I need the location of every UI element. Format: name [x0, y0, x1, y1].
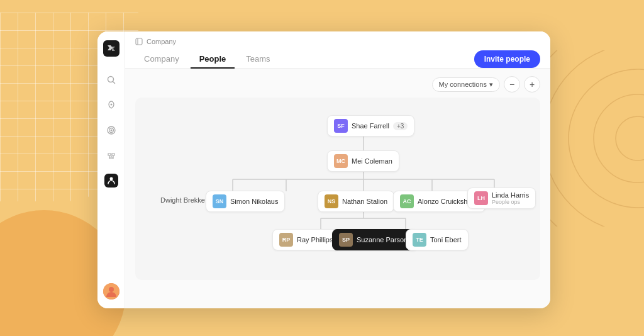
target-icon[interactable] [104, 123, 118, 137]
content-area: My connections ▾ − + [125, 69, 550, 308]
svg-point-5 [616, 116, 644, 160]
org-chart: SF Shae Farrell +3 MC Mei Coleman Dwight… [135, 98, 540, 280]
avatar-simon: SN [213, 194, 226, 208]
sidebar [97, 31, 125, 308]
tab-people[interactable]: People [191, 50, 235, 69]
name-toni: Toni Ebert [430, 236, 462, 244]
tab-teams[interactable]: Teams [237, 50, 279, 69]
name-nathan: Nathan Stalion [342, 198, 387, 205]
name-simon: Simon Nikolaus [230, 198, 278, 205]
app-window: Company Company People Teams Invite peop… [97, 31, 550, 308]
workflow-icon[interactable] [104, 148, 118, 162]
avatar-suzanne: SP [339, 233, 353, 247]
connections-label: My connections [439, 81, 487, 88]
name-suzanne: Suzanne Parsons [357, 236, 411, 244]
nav-tabs: Company People Teams [135, 50, 279, 68]
breadcrumb: Company [135, 38, 540, 45]
avatar-toni: TE [413, 233, 426, 247]
svg-point-12 [110, 130, 112, 132]
svg-point-3 [569, 69, 644, 208]
svg-point-9 [110, 104, 112, 106]
user-avatar[interactable] [103, 283, 119, 300]
invite-people-button[interactable]: Invite people [474, 50, 540, 68]
svg-point-18 [109, 287, 114, 292]
svg-point-16 [109, 177, 113, 181]
main-content: Company Company People Teams Invite peop… [125, 31, 550, 308]
name-linda: Linda Harris [492, 191, 529, 199]
avatar-ray: RP [279, 233, 293, 247]
node-dwight-brekke[interactable]: Dwight Brekke [154, 193, 211, 207]
node-simon-nikolaus[interactable]: SN Simon Nikolaus [206, 191, 285, 212]
tab-company[interactable]: Company [135, 50, 188, 69]
node-mei-coleman[interactable]: MC Mei Coleman [327, 150, 399, 172]
app-logo [103, 40, 119, 57]
linda-info: Linda Harris People ops [492, 191, 529, 205]
node-toni-ebert[interactable]: TE Toni Ebert [406, 229, 469, 250]
chevron-down-icon: ▾ [489, 81, 493, 89]
content-toolbar: My connections ▾ − + [135, 76, 540, 92]
zoom-out-button[interactable]: − [504, 76, 520, 92]
svg-rect-19 [136, 38, 142, 45]
avatar-shae: SF [334, 119, 348, 133]
sub-linda: People ops [492, 199, 529, 205]
node-linda-harris[interactable]: LH Linda Harris People ops [467, 188, 536, 209]
svg-line-8 [113, 82, 114, 84]
rocket-icon[interactable] [104, 98, 118, 112]
node-ray-phillips[interactable]: RP Ray Phillips [272, 229, 340, 250]
name-ray: Ray Phillips [297, 236, 333, 244]
topbar-nav: Company People Teams Invite people [135, 50, 540, 68]
search-icon[interactable] [104, 73, 118, 87]
avatar-linda: LH [474, 191, 488, 205]
badge-shae: +3 [393, 122, 408, 130]
avatar-mei: MC [334, 154, 348, 168]
avatar-nathan: NS [325, 194, 338, 208]
breadcrumb-text: Company [147, 38, 176, 45]
name-mei: Mei Coleman [352, 157, 392, 165]
name-dwight: Dwight Brekke [160, 196, 205, 204]
node-nathan-stalion[interactable]: NS Nathan Stalion [318, 191, 394, 212]
org-icon[interactable] [104, 174, 118, 188]
node-shae-farrell[interactable]: SF Shae Farrell +3 [327, 115, 414, 137]
my-connections-button[interactable]: My connections ▾ [432, 77, 500, 92]
svg-point-4 [594, 94, 644, 182]
topbar: Company Company People Teams Invite peop… [125, 31, 550, 69]
name-shae: Shae Farrell [352, 122, 389, 130]
avatar-alonzo: AC [400, 194, 414, 208]
zoom-in-button[interactable]: + [524, 76, 540, 92]
